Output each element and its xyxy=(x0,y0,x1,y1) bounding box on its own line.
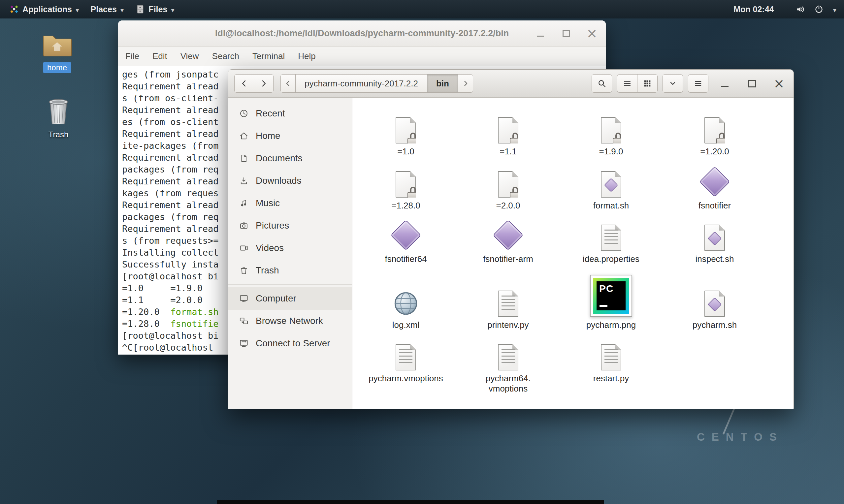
sidebar-item-connect-to-server[interactable]: Connect to Server xyxy=(228,332,352,355)
files-app-label: Files xyxy=(148,5,167,14)
terminal-menu-terminal[interactable]: Terminal xyxy=(246,51,291,61)
file-item[interactable]: fsnotifier xyxy=(665,161,764,211)
maximize-icon[interactable] xyxy=(560,28,572,39)
terminal-menu-file[interactable]: File xyxy=(119,51,146,61)
search-button[interactable] xyxy=(592,74,612,93)
forward-button[interactable] xyxy=(254,74,273,93)
file-item[interactable]: inspect.sh xyxy=(665,214,764,264)
file-item[interactable]: pycharm.sh xyxy=(665,268,764,330)
terminal-menu-view[interactable]: View xyxy=(174,51,205,61)
maximize-icon[interactable] xyxy=(746,77,758,89)
files-app-menu[interactable]: Files xyxy=(129,0,180,18)
file-item[interactable]: restart.py xyxy=(561,334,661,384)
system-status-area[interactable] xyxy=(793,0,839,18)
file-name: inspect.sh xyxy=(695,254,734,264)
locked-document-icon xyxy=(396,107,416,143)
videos-icon xyxy=(239,244,249,253)
grid-view-button[interactable] xyxy=(637,74,658,93)
menu-button[interactable] xyxy=(688,74,708,93)
list-view-icon xyxy=(623,79,632,88)
file-item[interactable]: =1.9.0 xyxy=(561,107,661,157)
chevron-down-icon xyxy=(75,5,79,14)
sidebar-item-documents[interactable]: Documents xyxy=(228,147,352,169)
desktop-icon-label: Trash xyxy=(49,130,68,139)
file-name: =1.9.0 xyxy=(599,146,623,157)
path-scroll-right-button[interactable] xyxy=(458,74,473,93)
sidebar-item-downloads[interactable]: Downloads xyxy=(228,169,352,192)
applications-label: Applications xyxy=(22,5,72,14)
view-options-button[interactable] xyxy=(663,74,683,93)
file-item[interactable]: idea.properties xyxy=(561,214,661,264)
files-sidebar: RecentHomeDocumentsDownloadsMusicPicture… xyxy=(228,97,353,409)
file-item[interactable]: =1.28.0 xyxy=(356,161,455,211)
shell-script-icon xyxy=(601,161,621,198)
places-menu[interactable]: Places xyxy=(85,0,130,18)
sidebar-item-recent[interactable]: Recent xyxy=(228,102,352,125)
places-label: Places xyxy=(91,5,117,14)
locked-document-icon xyxy=(601,107,621,143)
files-headerbar[interactable]: pycharm-community-2017.2.2 bin xyxy=(228,70,793,97)
file-item[interactable]: format.sh xyxy=(561,161,661,211)
chevron-left-icon xyxy=(283,79,293,88)
file-name: fsnotifier-arm xyxy=(483,254,533,264)
file-item[interactable]: =1.20.0 xyxy=(665,107,764,157)
sidebar-item-home[interactable]: Home xyxy=(228,125,352,147)
file-item[interactable]: fsnotifier64 xyxy=(356,214,455,264)
close-icon[interactable] xyxy=(773,77,785,89)
executable-icon xyxy=(492,214,524,251)
file-item[interactable]: log.xml xyxy=(356,268,455,330)
view-toggle xyxy=(617,74,658,93)
file-item[interactable]: pycharm64. vmoptions xyxy=(459,334,558,394)
locked-document-icon xyxy=(498,107,518,143)
file-item[interactable]: =2.0.0 xyxy=(459,161,558,211)
terminal-menu-search[interactable]: Search xyxy=(205,51,246,61)
sidebar-item-computer[interactable]: Computer xyxy=(228,287,352,310)
minimize-icon[interactable] xyxy=(535,28,546,39)
file-item[interactable]: printenv.py xyxy=(459,268,558,330)
top-bar-status: Mon 02:44 xyxy=(734,0,844,18)
file-item[interactable]: =1.0 xyxy=(356,107,455,157)
background-window-edge xyxy=(217,500,604,504)
path-breadcrumb: pycharm-community-2017.2.2 bin xyxy=(281,74,473,93)
terminal-menu-help[interactable]: Help xyxy=(291,51,322,61)
centos-watermark: CENTOS xyxy=(697,431,784,443)
minimize-icon[interactable] xyxy=(719,77,731,89)
text-document-icon xyxy=(396,334,416,371)
top-bar-menus: Applications Places Files xyxy=(0,0,180,18)
computer-icon xyxy=(239,294,249,303)
breadcrumb-current-button[interactable]: bin xyxy=(427,74,458,93)
terminal-title: ldl@localhost:/home/ldl/Downloads/pychar… xyxy=(215,29,509,39)
list-view-button[interactable] xyxy=(617,74,638,93)
sidebar-item-label: Pictures xyxy=(256,220,289,231)
sidebar-item-music[interactable]: Music xyxy=(228,192,352,214)
shell-script-icon xyxy=(704,268,725,317)
sidebar-item-label: Videos xyxy=(256,243,284,253)
clock[interactable]: Mon 02:44 xyxy=(734,5,774,14)
file-item[interactable]: pycharm.vmoptions xyxy=(356,334,455,384)
back-button[interactable] xyxy=(234,74,254,93)
file-item[interactable]: PCpycharm.png xyxy=(561,268,661,330)
sidebar-item-videos[interactable]: Videos xyxy=(228,237,352,259)
files-window-controls xyxy=(719,77,785,89)
close-icon[interactable] xyxy=(586,28,598,39)
terminal-menu-edit[interactable]: Edit xyxy=(146,51,174,61)
desktop-trash[interactable]: Trash xyxy=(30,97,87,139)
terminal-titlebar[interactable]: ldl@localhost:/home/ldl/Downloads/pychar… xyxy=(118,20,606,47)
server-icon xyxy=(239,339,249,348)
file-cabinet-icon xyxy=(135,4,145,14)
file-item[interactable]: fsnotifier-arm xyxy=(459,214,558,264)
breadcrumb-parent-button[interactable]: pycharm-community-2017.2.2 xyxy=(295,74,427,93)
file-name: log.xml xyxy=(392,320,419,330)
file-name: =2.0.0 xyxy=(496,200,520,211)
path-scroll-left-button[interactable] xyxy=(281,74,295,93)
files-grid[interactable]: =1.0=1.1=1.9.0=1.20.0=1.28.0=2.0.0format… xyxy=(353,97,793,409)
sidebar-item-pictures[interactable]: Pictures xyxy=(228,214,352,237)
desktop-home-folder[interactable]: home xyxy=(29,32,85,73)
applications-menu[interactable]: Applications xyxy=(3,0,85,18)
file-item[interactable]: =1.1 xyxy=(459,107,558,157)
sidebar-item-browse-network[interactable]: Browse Network xyxy=(228,310,352,332)
music-icon xyxy=(239,199,249,208)
terminal-window-controls xyxy=(535,20,598,46)
file-name: format.sh xyxy=(593,200,629,211)
sidebar-item-trash[interactable]: Trash xyxy=(228,259,352,282)
